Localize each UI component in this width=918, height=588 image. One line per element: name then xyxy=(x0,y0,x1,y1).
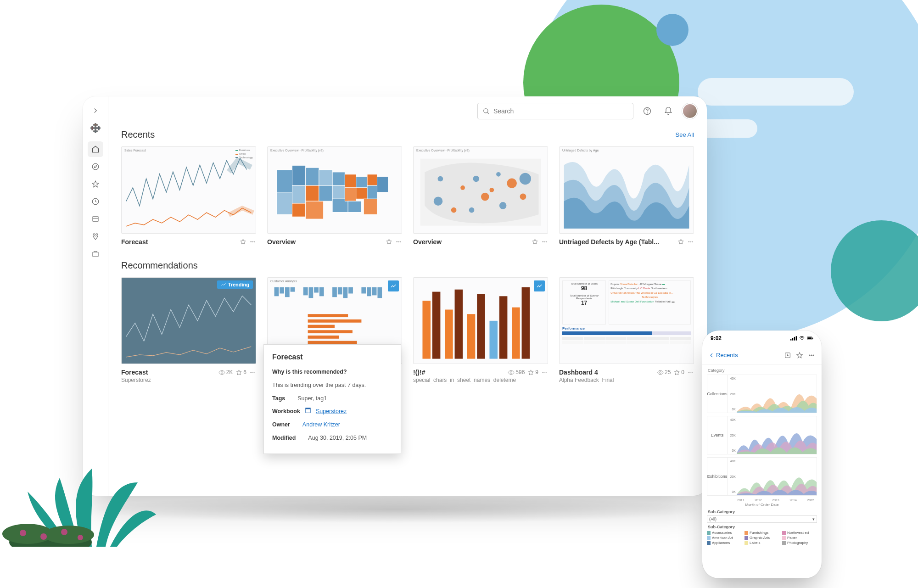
svg-point-22 xyxy=(95,235,96,236)
card-title: Forecast xyxy=(121,238,237,246)
svg-point-66 xyxy=(520,173,531,185)
tableau-logo-icon[interactable] xyxy=(88,120,103,136)
star-icon[interactable]: 9 xyxy=(527,369,538,376)
svg-point-70 xyxy=(469,207,475,213)
svg-point-73 xyxy=(543,241,543,242)
download-icon[interactable] xyxy=(783,351,792,360)
help-button[interactable] xyxy=(640,104,655,118)
mobile-app: 9:02 Recents Category Collections 40K20K… xyxy=(702,330,822,578)
svg-rect-10 xyxy=(94,131,97,132)
svg-rect-20 xyxy=(93,217,98,222)
nav-collections-icon[interactable] xyxy=(88,246,103,262)
svg-rect-12 xyxy=(92,126,93,130)
notifications-button[interactable] xyxy=(661,104,676,118)
star-icon[interactable]: 6 xyxy=(235,369,246,376)
legend-item: Labels xyxy=(744,541,779,545)
svg-rect-42 xyxy=(332,172,345,185)
svg-point-121 xyxy=(546,372,547,373)
svg-rect-52 xyxy=(377,177,388,192)
more-icon[interactable] xyxy=(541,238,548,245)
thumbnail-forecast-dark: Trending xyxy=(121,277,256,364)
sidebar-expand-button[interactable] xyxy=(88,103,103,118)
svg-rect-51 xyxy=(367,185,377,199)
signal-icon xyxy=(790,336,797,341)
svg-rect-99 xyxy=(372,287,377,296)
nav-favorites-icon[interactable] xyxy=(88,176,103,192)
svg-rect-93 xyxy=(332,287,337,297)
battery-icon xyxy=(807,336,813,341)
more-icon[interactable] xyxy=(687,238,694,245)
svg-point-140 xyxy=(811,355,812,356)
see-all-link[interactable]: See All xyxy=(676,131,694,138)
phone-navbar: Recents xyxy=(702,346,822,364)
search-input[interactable] xyxy=(477,103,633,119)
svg-point-75 xyxy=(546,241,547,242)
svg-rect-108 xyxy=(432,291,441,358)
svg-point-2 xyxy=(44,526,94,544)
svg-point-119 xyxy=(543,372,543,373)
star-icon[interactable] xyxy=(240,238,246,245)
recent-card[interactable]: Sales Forecast Furniture Office Technolo… xyxy=(121,146,256,246)
svg-line-25 xyxy=(487,112,489,114)
thumbnail-dashboard4: Total Number of users 98 Total Number of… xyxy=(559,277,694,364)
recommendation-card[interactable]: Total Number of users 98 Total Number of… xyxy=(559,277,694,384)
svg-point-84 xyxy=(254,372,255,373)
svg-point-30 xyxy=(252,241,253,242)
more-icon[interactable] xyxy=(807,351,816,360)
nav-home-icon[interactable] xyxy=(88,141,103,157)
svg-rect-47 xyxy=(356,177,367,188)
more-icon[interactable] xyxy=(687,369,694,376)
svg-point-78 xyxy=(690,241,691,242)
svg-point-124 xyxy=(688,372,689,373)
svg-marker-18 xyxy=(92,181,99,187)
subcategory-select[interactable]: (All)▾ xyxy=(707,515,817,523)
svg-point-17 xyxy=(92,163,99,170)
svg-point-67 xyxy=(520,194,526,200)
svg-rect-101 xyxy=(308,314,348,317)
recents-section: Recents See All Sales Forecast Furniture… xyxy=(108,126,707,257)
svg-rect-32 xyxy=(276,170,292,192)
recent-card[interactable]: Executive Overview - Profitability (v2) xyxy=(267,146,402,246)
svg-point-122 xyxy=(660,371,661,373)
svg-marker-123 xyxy=(674,370,679,375)
user-avatar[interactable] xyxy=(682,103,698,119)
svg-point-82 xyxy=(251,372,252,373)
nav-shared-icon[interactable] xyxy=(88,211,103,227)
wifi-icon xyxy=(799,336,805,341)
more-icon[interactable] xyxy=(249,369,256,376)
search-field[interactable] xyxy=(493,107,628,115)
views-icon: 596 xyxy=(508,369,525,376)
nav-explore-icon[interactable] xyxy=(88,159,103,174)
svg-point-125 xyxy=(690,372,691,373)
svg-rect-90 xyxy=(309,287,313,298)
star-icon[interactable]: 0 xyxy=(673,369,684,376)
star-icon[interactable] xyxy=(532,238,538,245)
more-icon[interactable] xyxy=(249,238,256,245)
svg-rect-107 xyxy=(422,301,431,359)
star-icon[interactable] xyxy=(677,238,684,245)
svg-point-5 xyxy=(61,529,67,535)
more-icon[interactable] xyxy=(541,369,548,376)
star-icon[interactable] xyxy=(795,351,804,360)
back-button[interactable]: Recents xyxy=(708,352,738,359)
svg-rect-45 xyxy=(345,174,356,188)
nav-recents-icon[interactable] xyxy=(88,194,103,209)
workbook-icon xyxy=(305,407,311,414)
phone-body[interactable]: Category Collections 40K20K0K Events 40K… xyxy=(702,364,822,578)
recommendations-heading: Recommendations xyxy=(121,260,198,271)
svg-marker-76 xyxy=(678,239,683,244)
recommendation-card[interactable]: !()!# 596 9 special_chars_in_sheet_names… xyxy=(413,277,548,384)
svg-rect-112 xyxy=(477,294,485,358)
svg-point-68 xyxy=(496,172,501,177)
recent-card[interactable]: Untriaged Defects by Age Untriaged Defec… xyxy=(559,146,694,246)
phone-statusbar: 9:02 xyxy=(702,330,822,346)
more-icon[interactable] xyxy=(395,238,402,245)
recommendations-section: Recommendations Trending xyxy=(108,257,707,395)
recent-card[interactable]: Executive Overview - Profitability (v2) xyxy=(413,146,548,246)
star-icon[interactable] xyxy=(386,238,392,245)
workbook-link[interactable]: Superstorez xyxy=(316,407,347,416)
recommendation-card[interactable]: Trending Forecast 2K xyxy=(121,277,256,384)
owner-link[interactable]: Andrew Kritzer xyxy=(302,420,340,429)
nav-location-icon[interactable] xyxy=(88,229,103,244)
svg-marker-28 xyxy=(241,239,246,244)
